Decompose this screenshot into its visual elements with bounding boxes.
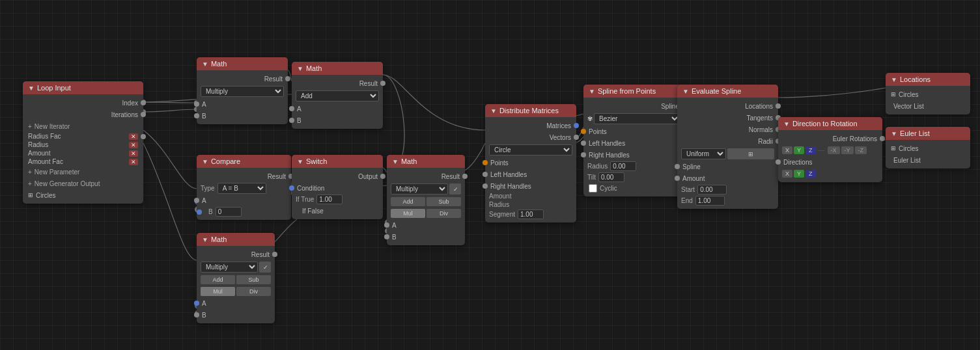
- distribute-dropdown-row[interactable]: CircleLineGrid: [485, 143, 576, 157]
- math1-arrow[interactable]: ▼: [202, 61, 208, 68]
- math1-op-select[interactable]: MultiplyAddSubtract: [201, 86, 284, 97]
- math4-mul-btn[interactable]: Mul: [201, 287, 235, 296]
- eval-spline-dot: [675, 164, 680, 169]
- compare-type-select[interactable]: A = BA < BA > B: [217, 183, 266, 194]
- switch-condition-row: Condition: [292, 182, 383, 194]
- switch-arrow[interactable]: ▼: [297, 158, 303, 165]
- dir-to-rot-title: Direction to Rotation: [792, 120, 858, 128]
- dir-x-pos-btn[interactable]: X: [782, 146, 792, 154]
- evaluate-spline-arrow[interactable]: ▼: [682, 88, 689, 95]
- radius-fac-remove[interactable]: ✕: [129, 133, 138, 140]
- math1-b-row: B: [197, 110, 288, 122]
- distribute-segment-value[interactable]: [518, 209, 544, 219]
- math4-arrow[interactable]: ▼: [202, 236, 208, 243]
- spline-type-row[interactable]: ✾ BezierPolyNURBS: [583, 112, 684, 126]
- locations-node: ▼ Locations ⊞ Circles Vector List: [886, 73, 970, 114]
- radius-fac-param: Radius Fac ✕: [23, 132, 143, 141]
- add-param-row[interactable]: + New Parameter: [23, 166, 143, 178]
- eval-uniform-btn[interactable]: ⊞: [727, 148, 775, 159]
- math4-op-select[interactable]: MultiplyAdd: [201, 262, 258, 273]
- math3-arrow[interactable]: ▼: [392, 158, 399, 165]
- spline-radius-value[interactable]: [610, 161, 636, 171]
- compare-a-dot: [194, 198, 199, 203]
- math2-b-label: B: [297, 117, 301, 124]
- euler-list-circles-row: ⊞ Circles: [886, 142, 970, 154]
- switch-if-false-label: If False: [297, 208, 324, 215]
- math4-div-btn[interactable]: Div: [236, 287, 271, 296]
- math3-add-btn[interactable]: Add: [391, 197, 425, 206]
- add-gen-row[interactable]: + New Generator Output: [23, 178, 143, 189]
- dir-z-neg-btn[interactable]: -Z: [855, 146, 867, 154]
- math4-clamp-btn[interactable]: ✓: [259, 262, 271, 273]
- eval-start-value[interactable]: [697, 185, 727, 195]
- eval-uniform-select[interactable]: UniformFactor: [681, 148, 726, 159]
- distribute-vectors-label: Vectors: [550, 134, 571, 141]
- math3-mul-btn[interactable]: Mul: [391, 209, 425, 218]
- eval-spline-label: Spline: [682, 163, 701, 170]
- add-iterator-row[interactable]: + New Iterator: [23, 120, 143, 132]
- distribute-header: ▼ Distribute Matrices: [485, 104, 576, 117]
- math2-result-label: Result: [359, 80, 378, 87]
- distribute-matrices-node: ▼ Distribute Matrices Matrices Vectors C…: [485, 104, 576, 222]
- math3-op-select[interactable]: MultiplyAdd: [391, 183, 448, 195]
- math2-op-select[interactable]: AddMultiplySubtract: [296, 90, 379, 101]
- eval-amount-dot: [675, 176, 680, 181]
- spline-arrow[interactable]: ▼: [589, 88, 595, 95]
- euler-list-euler-label: Euler List: [891, 157, 921, 164]
- eval-uniform-row[interactable]: UniformFactor ⊞: [677, 147, 778, 161]
- eval-end-value[interactable]: [695, 196, 725, 206]
- math3-div-btn[interactable]: Div: [427, 209, 461, 218]
- amount-remove[interactable]: ✕: [129, 150, 138, 157]
- distribute-left-handles-label: Left Handles: [490, 171, 527, 178]
- dir-y-pos-btn[interactable]: Y: [794, 146, 804, 154]
- dir-x2-btn[interactable]: X: [782, 170, 792, 178]
- math4-op-row[interactable]: MultiplyAdd ✓: [197, 260, 275, 274]
- locations-arrow[interactable]: ▼: [891, 76, 897, 83]
- amount-fac-label: Amount Fac: [28, 158, 126, 165]
- math2-b-row: B: [292, 114, 383, 126]
- dir-to-rot-arrow[interactable]: ▼: [783, 120, 790, 128]
- spline-type-select[interactable]: BezierPolyNURBS: [594, 113, 680, 124]
- spline-tilt-label: Tilt: [587, 174, 596, 181]
- dir-x-neg-btn[interactable]: -X: [828, 146, 840, 154]
- euler-list-arrow[interactable]: ▼: [891, 130, 897, 137]
- math2-op-row[interactable]: AddMultiplySubtract: [292, 89, 383, 103]
- distribute-radius-row: Radius: [485, 200, 576, 209]
- math4-add-btn[interactable]: Add: [201, 275, 235, 284]
- spline-cyclic-label: Cyclic: [600, 185, 617, 192]
- dir-y-neg-btn[interactable]: -Y: [841, 146, 854, 154]
- spline-cyclic-checkbox[interactable]: [589, 184, 597, 193]
- math3-header: ▼ Math: [387, 155, 465, 168]
- distribute-vectors-dot: [574, 135, 579, 140]
- math4-sub-btn[interactable]: Sub: [236, 275, 271, 284]
- loop-input-header: ▼ Loop Input: [23, 81, 143, 94]
- spline-left-handles-dot: [581, 141, 586, 146]
- distribute-type-select[interactable]: CircleLineGrid: [489, 144, 572, 155]
- eval-radii-row: Radii: [677, 135, 778, 147]
- locations-circles-icon: ⊞: [891, 91, 896, 98]
- radius-fac-label: Radius Fac: [28, 133, 126, 140]
- spline-tilt-value[interactable]: [598, 172, 624, 182]
- dir-y2-btn[interactable]: Y: [794, 170, 804, 178]
- math3-clamp-btn[interactable]: ✓: [449, 183, 461, 195]
- compare-b-value[interactable]: [216, 207, 242, 217]
- math4-btn-row2: Mul Div: [197, 286, 275, 297]
- distribute-radius-label: Radius: [489, 201, 509, 208]
- switch-if-true-value[interactable]: [316, 195, 343, 204]
- radius-remove[interactable]: ✕: [129, 142, 138, 148]
- math3-sub-btn[interactable]: Sub: [427, 197, 461, 206]
- math3-b-dot: [384, 234, 389, 239]
- dir-z-pos-btn[interactable]: Z: [805, 146, 816, 154]
- add-param-label: New Parameter: [35, 168, 79, 176]
- amount-fac-remove[interactable]: ✕: [129, 159, 138, 165]
- math2-arrow[interactable]: ▼: [297, 65, 303, 72]
- switch-condition-dot: [289, 185, 294, 191]
- dir-z2-btn[interactable]: Z: [805, 170, 816, 178]
- distribute-title: Distribute Matrices: [499, 107, 559, 114]
- distribute-matrices-row: Matrices: [485, 120, 576, 131]
- math3-op-row[interactable]: MultiplyAdd ✓: [387, 182, 465, 196]
- math1-op-row[interactable]: MultiplyAddSubtract: [197, 85, 288, 98]
- compare-arrow[interactable]: ▼: [202, 158, 208, 165]
- distribute-arrow[interactable]: ▼: [490, 107, 497, 114]
- collapse-arrow[interactable]: ▼: [28, 85, 35, 92]
